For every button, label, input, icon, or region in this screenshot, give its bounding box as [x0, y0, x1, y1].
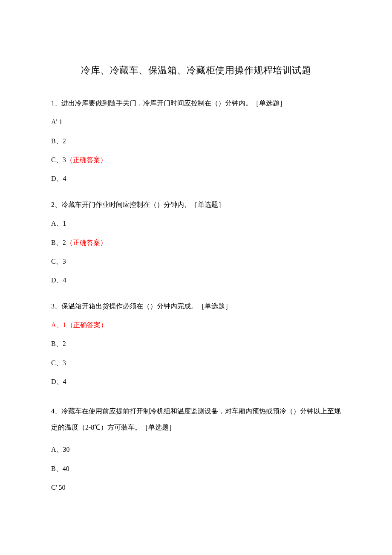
- document-page: 冷库、冷藏车、保温箱、冷藏柜使用操作规程培训试题 1、进出冷库要做到随手关门，冷…: [0, 0, 392, 552]
- option-label: A、30: [51, 446, 70, 453]
- option: C' 50: [51, 483, 341, 492]
- option-label: D、4: [51, 378, 66, 385]
- correct-answer-label: （正确答案）: [66, 321, 107, 328]
- question-block: 4、冷藏车在使用前应提前打开制冷机组和温度监测设备，对车厢内预热或预冷（）分钟以…: [51, 403, 341, 493]
- option: B、40: [51, 464, 341, 474]
- question-text: 1、进出冷库要做到随手关门，冷库开门时间应控制在（）分钟内。［单选题］: [51, 99, 341, 108]
- option: D、4: [51, 276, 341, 285]
- option-label: B、40: [51, 465, 69, 472]
- option-label: A、1: [51, 220, 66, 227]
- option-label: B、2: [51, 137, 66, 145]
- correct-answer-label: （正确答案）: [66, 239, 107, 246]
- option-label: A' 1: [51, 118, 62, 125]
- option-label: C、3: [51, 156, 66, 163]
- question-text: 2、冷藏车开门作业时间应控制在（）分钟内。［单选题］: [51, 200, 341, 209]
- option-label: B、2: [51, 239, 66, 246]
- option: A、30: [51, 445, 341, 454]
- option-label: C、3: [51, 359, 66, 366]
- option: A、1: [51, 219, 341, 228]
- page-title: 冷库、冷藏车、保温箱、冷藏柜使用操作规程培训试题: [51, 64, 341, 77]
- option-label: A、1: [51, 321, 66, 328]
- option: C、3: [51, 257, 341, 266]
- option: B、2: [51, 339, 341, 349]
- option: A、1（正确答案）: [51, 320, 341, 330]
- option-label: D、4: [51, 175, 66, 182]
- question-block: 3、保温箱开箱出货操作必须在（）分钟内完成。［单选题］ A、1（正确答案） B、…: [51, 302, 341, 387]
- option: D、4: [51, 377, 341, 386]
- option: B、2（正确答案）: [51, 238, 341, 247]
- option-label: B、2: [51, 340, 66, 347]
- question-block: 2、冷藏车开门作业时间应控制在（）分钟内。［单选题］ A、1 B、2（正确答案）…: [51, 200, 341, 285]
- question-text: 4、冷藏车在使用前应提前打开制冷机组和温度监测设备，对车厢内预热或预冷（）分钟以…: [51, 403, 341, 436]
- option-label: C' 50: [51, 484, 66, 491]
- question-block: 1、进出冷库要做到随手关门，冷库开门时间应控制在（）分钟内。［单选题］ A' 1…: [51, 99, 341, 184]
- question-text: 3、保温箱开箱出货操作必须在（）分钟内完成。［单选题］: [51, 302, 341, 311]
- correct-answer-label: （正确答案）: [66, 156, 107, 163]
- option: A' 1: [51, 117, 341, 127]
- option: C、3（正确答案）: [51, 155, 341, 165]
- option: D、4: [51, 174, 341, 183]
- option-label: C、3: [51, 258, 66, 265]
- option: C、3: [51, 358, 341, 368]
- option-label: D、4: [51, 276, 66, 284]
- option: B、2: [51, 137, 341, 146]
